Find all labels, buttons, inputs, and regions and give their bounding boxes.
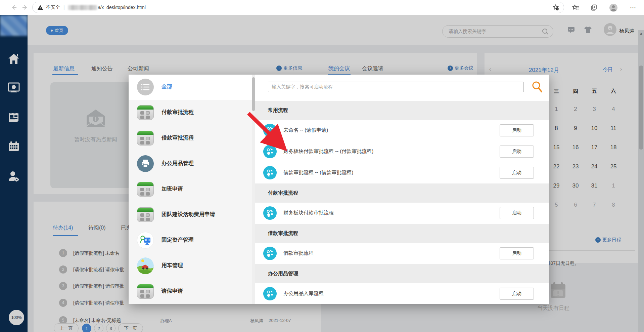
page-scrollbar[interactable]: ▲ ▼ — [638, 30, 644, 332]
browser-menu-icon[interactable]: ⋯ — [629, 3, 637, 12]
address-separator: | — [63, 5, 65, 10]
scrollbar-thumb[interactable] — [639, 66, 643, 150]
warning-triangle-icon — [37, 5, 43, 10]
category-item-team-building[interactable]: 团队建设活动费用申请 — [129, 202, 252, 227]
group-header: 办公用品管理 — [255, 264, 549, 283]
process-title: 未命名 -- (请假申请) — [283, 127, 328, 133]
app-grid-icon — [137, 206, 154, 223]
group-header: 常用流程 — [255, 101, 549, 120]
app-grid-icon — [137, 130, 154, 147]
redacted-host — [68, 5, 97, 10]
launch-button[interactable]: 启动 — [500, 167, 534, 179]
browser-toolbar: 不安全 | 8/x_desktop/index.html ⋯ — [0, 0, 644, 15]
category-label: 加班申请 — [162, 185, 183, 193]
process-title: 办公用品入库流程 — [283, 290, 324, 297]
process-title: 借款审批流程 — [283, 250, 314, 256]
workflow-icon — [263, 287, 277, 300]
process-list: 常用流程 未命名 -- (请假申请) 启动 财务板块付款审批流程 -- (付款审… — [255, 75, 549, 304]
car-scene-icon — [137, 257, 154, 274]
category-label: 办公用品管理 — [162, 160, 194, 167]
scroll-up-arrow[interactable]: ▲ — [638, 31, 644, 35]
launch-button[interactable]: 启动 — [500, 124, 534, 136]
category-item-overtime[interactable]: 加班申请 — [129, 177, 252, 202]
process-search — [268, 82, 524, 92]
app-grid-icon — [137, 181, 154, 198]
category-label: 请假申请 — [162, 288, 183, 295]
process-row[interactable]: 办公用品入库流程 启动 — [255, 283, 549, 304]
app-grid-icon — [137, 283, 154, 300]
process-title: 借款审批流程 -- (借款审批流程) — [283, 169, 353, 176]
launch-button[interactable]: 启动 — [500, 288, 534, 300]
add-favorite-star-icon[interactable] — [552, 4, 559, 11]
list-all-icon — [137, 79, 154, 95]
category-item-leave[interactable]: 请假申请 — [129, 279, 252, 304]
screen: 不安全 | 8/x_desktop/index.html ⋯ — [0, 0, 644, 332]
process-title: 财务板块付款审批流程 -- (付款审批流程) — [283, 148, 373, 155]
workflow-icon — [263, 247, 277, 260]
process-search-icon[interactable] — [531, 81, 543, 94]
category-label: 付款审批流程 — [162, 109, 194, 116]
category-label: 借款审批流程 — [162, 134, 194, 141]
process-launcher-modal: 全部 付款审批流程 借款审批流程 办公用品管理 — [129, 75, 549, 304]
category-item-all[interactable]: 全部 — [129, 75, 252, 100]
category-list: 全部 付款审批流程 借款审批流程 办公用品管理 — [129, 75, 252, 304]
address-bar[interactable]: 不安全 | 8/x_desktop/index.html — [32, 2, 564, 13]
category-label: 团队建设活动费用申请 — [162, 211, 215, 218]
launch-button[interactable]: 启动 — [500, 207, 534, 219]
printer-icon — [137, 155, 154, 172]
browser-back-icon[interactable] — [10, 3, 18, 11]
process-row[interactable]: 借款审批流程 启动 — [255, 243, 549, 264]
security-label: 不安全 — [46, 4, 60, 10]
workflow-icon — [263, 145, 277, 158]
workflow-icon — [263, 124, 277, 137]
process-row[interactable]: 财务板块付款审批流程 启动 — [255, 203, 549, 224]
browser-profile-avatar[interactable] — [609, 3, 618, 12]
asset-monitor-icon — [137, 232, 154, 249]
process-search-input[interactable] — [271, 82, 516, 91]
category-item-fixed-assets[interactable]: 固定资产管理 — [129, 228, 252, 253]
category-label: 全部 — [162, 83, 172, 90]
process-title: 财务板块付款审批流程 — [283, 210, 334, 216]
app-grid-icon — [137, 104, 154, 121]
category-item-payment[interactable]: 付款审批流程 — [129, 100, 252, 125]
workflow-icon — [263, 166, 277, 179]
process-groups: 常用流程 未命名 -- (请假申请) 启动 财务板块付款审批流程 -- (付款审… — [255, 101, 549, 304]
category-item-vehicle[interactable]: 用车管理 — [129, 253, 252, 279]
group-header: 借款审批流程 — [255, 224, 549, 243]
process-row[interactable]: 借款审批流程 -- (借款审批流程) 启动 — [255, 162, 549, 183]
launch-button[interactable]: 启动 — [500, 247, 534, 259]
collections-icon[interactable] — [590, 3, 598, 12]
app-page: 100% 首页 ? 杨凤涛 — [0, 15, 644, 332]
favorites-icon[interactable] — [571, 3, 580, 12]
url-text: 8/x_desktop/index.html — [98, 5, 146, 10]
launch-button[interactable]: 启动 — [500, 146, 534, 158]
browser-forward-icon[interactable] — [21, 3, 29, 11]
category-item-loan[interactable]: 借款审批流程 — [129, 126, 252, 151]
scrollbar-thumb[interactable] — [252, 77, 255, 111]
category-label: 固定资产管理 — [162, 237, 194, 244]
category-label: 用车管理 — [162, 262, 183, 269]
process-row[interactable]: 未命名 -- (请假申请) 启动 — [255, 120, 549, 141]
process-row[interactable]: 财务板块付款审批流程 -- (付款审批流程) 启动 — [255, 141, 549, 162]
category-item-office-supplies[interactable]: 办公用品管理 — [129, 151, 252, 176]
category-scrollbar[interactable] — [252, 75, 255, 304]
group-header: 付款审批流程 — [255, 183, 549, 203]
workflow-icon — [263, 206, 277, 220]
